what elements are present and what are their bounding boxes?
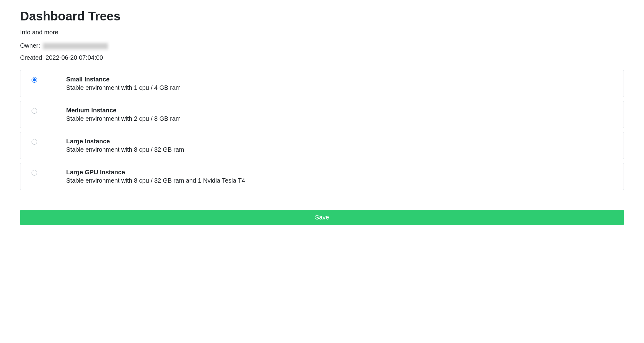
page-title: Dashboard Trees bbox=[20, 9, 624, 23]
instance-option-small[interactable]: Small Instance Stable environment with 1… bbox=[20, 70, 624, 97]
option-title: Small Instance bbox=[66, 76, 612, 83]
owner-value-redacted bbox=[43, 43, 108, 49]
option-title: Medium Instance bbox=[66, 107, 612, 114]
instance-options-list: Small Instance Stable environment with 1… bbox=[20, 70, 624, 190]
instance-option-medium[interactable]: Medium Instance Stable environment with … bbox=[20, 101, 624, 128]
option-text: Small Instance Stable environment with 1… bbox=[66, 76, 612, 91]
option-description: Stable environment with 1 cpu / 4 GB ram bbox=[66, 84, 612, 91]
radio-wrap bbox=[32, 138, 66, 145]
option-text: Large Instance Stable environment with 8… bbox=[66, 138, 612, 153]
instance-option-large[interactable]: Large Instance Stable environment with 8… bbox=[20, 132, 624, 159]
option-title: Large Instance bbox=[66, 138, 612, 145]
radio-input-small[interactable] bbox=[32, 77, 37, 83]
owner-label: Owner: bbox=[20, 42, 40, 49]
instance-option-large-gpu[interactable]: Large GPU Instance Stable environment wi… bbox=[20, 163, 624, 190]
option-description: Stable environment with 8 cpu / 32 GB ra… bbox=[66, 177, 612, 184]
created-label: Created: bbox=[20, 54, 44, 61]
page-subtitle: Info and more bbox=[20, 29, 624, 36]
option-description: Stable environment with 2 cpu / 8 GB ram bbox=[66, 115, 612, 122]
radio-input-medium[interactable] bbox=[32, 108, 37, 114]
created-line: Created: 2022-06-20 07:04:00 bbox=[20, 54, 624, 61]
radio-wrap bbox=[32, 76, 66, 83]
option-title: Large GPU Instance bbox=[66, 169, 612, 176]
option-description: Stable environment with 8 cpu / 32 GB ra… bbox=[66, 146, 612, 153]
radio-input-large-gpu[interactable] bbox=[32, 170, 37, 176]
owner-line: Owner: bbox=[20, 42, 624, 49]
radio-wrap bbox=[32, 169, 66, 176]
save-button[interactable]: Save bbox=[20, 210, 624, 225]
radio-input-large[interactable] bbox=[32, 139, 37, 145]
radio-wrap bbox=[32, 107, 66, 114]
option-text: Large GPU Instance Stable environment wi… bbox=[66, 169, 612, 184]
created-value: 2022-06-20 07:04:00 bbox=[45, 54, 103, 61]
option-text: Medium Instance Stable environment with … bbox=[66, 107, 612, 122]
